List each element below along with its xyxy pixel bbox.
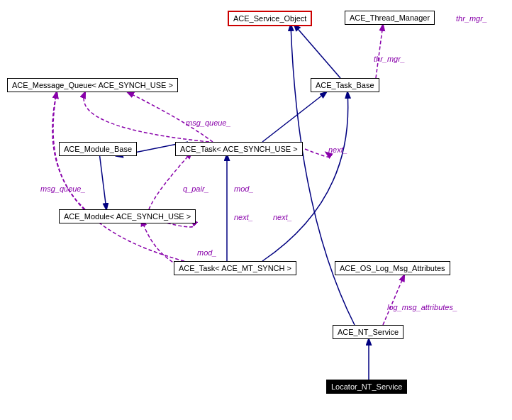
ace-os-log-label: ACE_OS_Log_Msg_Attributes: [340, 264, 445, 272]
svg-line-2: [262, 92, 326, 142]
msg-queue-label-2: msg_queue_: [40, 184, 86, 193]
next-label-1: next_: [328, 145, 347, 154]
ace-module-synch-label: ACE_Module< ACE_SYNCH_USE >: [64, 212, 191, 221]
mod-label-1: mod_: [234, 184, 254, 193]
log-msg-label: log_msg_attributes_: [387, 303, 457, 311]
q-pair-label: q_pair_: [183, 184, 209, 193]
svg-line-1: [376, 25, 383, 78]
thr-mgr-label-2: thr_mgr_: [374, 55, 405, 63]
ace-task-synch-node: ACE_Task< ACE_SYNCH_USE >: [175, 142, 303, 156]
svg-line-6: [383, 275, 404, 325]
ace-nt-service-label: ACE_NT_Service: [338, 328, 399, 336]
ace-task-mt-label: ACE_Task< ACE_MT_SYNCH >: [179, 264, 291, 272]
ace-message-queue-node: ACE_Message_Queue< ACE_SYNCH_USE >: [7, 78, 178, 92]
mod-label-2: mod_: [197, 248, 217, 257]
msg-queue-label-1: msg_queue_: [186, 118, 231, 127]
next-label-2: next_: [234, 213, 253, 221]
ace-thread-manager-node: ACE_Thread_Manager: [345, 11, 435, 25]
ace-service-object-node: ACE_Service_Object: [228, 11, 312, 26]
thr-mgr-label-1: thr_mgr_: [456, 14, 487, 23]
ace-os-log-node: ACE_OS_Log_Msg_Attributes: [335, 261, 450, 275]
ace-nt-service-node: ACE_NT_Service: [333, 325, 404, 339]
ace-message-queue-label: ACE_Message_Queue< ACE_SYNCH_USE >: [12, 81, 173, 89]
ace-task-mt-node: ACE_Task< ACE_MT_SYNCH >: [174, 261, 296, 275]
next-label-3: next_: [273, 213, 292, 221]
ace-module-synch-node: ACE_Module< ACE_SYNCH_USE >: [59, 209, 196, 223]
ace-thread-manager-label: ACE_Thread_Manager: [350, 13, 430, 22]
diagram-container: ACE_Service_Object ACE_Thread_Manager th…: [0, 0, 512, 420]
locator-nt-service-node: Locator_NT_Service: [326, 380, 407, 394]
ace-task-synch-label: ACE_Task< ACE_SYNCH_USE >: [180, 145, 298, 153]
svg-line-0: [294, 25, 340, 78]
ace-task-base-node: ACE_Task_Base: [311, 78, 379, 92]
ace-service-object-label: ACE_Service_Object: [233, 14, 306, 23]
locator-nt-service-label: Locator_NT_Service: [331, 382, 402, 391]
ace-module-base-node: ACE_Module_Base: [59, 142, 137, 156]
ace-task-base-label: ACE_Task_Base: [316, 81, 374, 89]
svg-line-4: [99, 153, 106, 209]
ace-module-base-label: ACE_Module_Base: [64, 145, 132, 153]
